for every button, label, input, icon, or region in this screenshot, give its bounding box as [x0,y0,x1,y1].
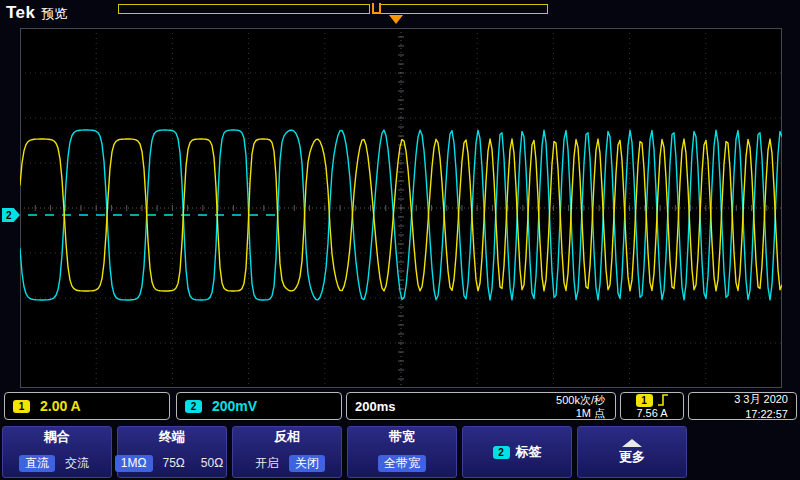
menu-button-label[interactable]: 2标签 [462,426,572,478]
menu-option[interactable]: 50Ω [195,455,229,472]
time-per-division: 200ms [355,399,395,414]
ch1-badge: 1 [13,400,30,413]
menu-button-invert[interactable]: 反相开启关闭 [232,426,342,478]
header: Tek 预览 [6,3,68,23]
menu-option-row: 直流交流 [19,455,95,472]
graticule [20,28,782,388]
menu-option[interactable]: 全带宽 [378,455,426,472]
menu-button-title: 耦合 [44,430,70,444]
menu-option-row: 开启关闭 [249,455,325,472]
menu-button-coupling[interactable]: 耦合直流交流 [2,426,112,478]
datetime-readout: 3 3月 2020 17:22:57 [688,392,797,420]
trigger-level: 7.56 A [636,408,667,419]
softkey-menu: 耦合直流交流终端1MΩ75Ω50Ω反相开启关闭带宽全带宽2标签更多 [2,426,692,478]
menu-option-row: 全带宽 [378,455,426,472]
menu-button-title: 带宽 [389,430,415,444]
menu-option[interactable]: 75Ω [157,455,191,472]
channel2-marker-label: 2 [6,210,12,221]
channel2-position-marker[interactable]: 2 [2,208,20,222]
record-view-bar-left [118,4,370,14]
ch1-scale-value: 2.00 A [40,398,81,414]
oscilloscope-screen: Tek 预览 2 1 2.00 A 2 200mV 200ms 500k次/秒 … [0,0,800,480]
ch2-readout: 2 200mV [176,392,342,420]
date: 3 3月 2020 [734,392,788,407]
trigger-slope-icon [657,394,669,406]
chevron-up-icon [622,439,642,447]
menu-option[interactable]: 开启 [249,455,285,472]
menu-button-title: 更多 [619,450,645,464]
menu-button-more[interactable]: 更多 [577,426,687,478]
acquisition-status: 预览 [42,5,68,23]
menu-option[interactable]: 1MΩ [115,455,153,472]
trigger-readout: 1 7.56 A [620,392,684,420]
menu-option-row: 1MΩ75Ω50Ω [115,455,229,472]
menu-option[interactable]: 关闭 [289,455,325,472]
menu-option[interactable]: 交流 [59,455,95,472]
time: 17:22:57 [745,408,788,420]
trigger-position-marker[interactable] [389,15,403,24]
menu-button-termination[interactable]: 终端1MΩ75Ω50Ω [117,426,227,478]
record-view-bar-right [380,4,548,14]
menu-button-title: 反相 [274,430,300,444]
brand-logo: Tek [6,3,36,23]
menu-option[interactable]: 直流 [19,455,55,472]
horizontal-readout: 200ms 500k次/秒 1M 点 [346,392,616,420]
waveform-traces [20,28,782,388]
menu-channel-badge: 2 [493,446,510,459]
record-length: 1M 点 [576,407,605,419]
menu-button-bandwidth[interactable]: 带宽全带宽 [347,426,457,478]
ch2-scale-value: 200mV [212,398,257,414]
menu-button-title: 终端 [159,430,185,444]
expansion-point-marker[interactable] [372,3,381,14]
trigger-source-badge: 1 [636,394,653,407]
sample-rate: 500k次/秒 [556,394,605,406]
ch1-readout: 1 2.00 A [4,392,170,420]
ch2-badge: 2 [185,400,202,413]
menu-button-title: 标签 [516,445,542,459]
